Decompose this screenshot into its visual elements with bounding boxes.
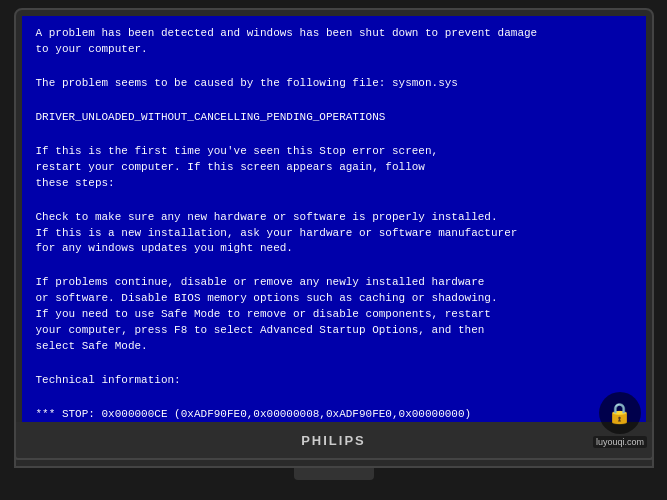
bsod-line5: Check to make sure any new hardware or s…	[36, 210, 632, 258]
watermark: 🔒 luyouqi.com	[593, 392, 647, 448]
bsod-line4: If this is the first time you've seen th…	[36, 144, 632, 192]
monitor-bottom-bezel: PHILIPS	[14, 422, 654, 460]
monitor-outer: A problem has been detected and windows …	[14, 8, 654, 468]
watermark-icon: 🔒	[599, 392, 641, 434]
bsod-line6: If problems continue, disable or remove …	[36, 275, 632, 355]
bsod-line2: The problem seems to be caused by the fo…	[36, 76, 632, 92]
bsod-stop-code: *** STOP: 0x000000CE (0xADF90FE0,0x00000…	[36, 407, 632, 422]
monitor-stand	[294, 468, 374, 480]
bsod-line3: DRIVER_UNLOADED_WITHOUT_CANCELLING_PENDI…	[36, 110, 632, 126]
lock-icon: 🔒	[607, 401, 632, 426]
brand-label: PHILIPS	[301, 433, 366, 448]
bsod-line1: A problem has been detected and windows …	[36, 26, 632, 58]
watermark-site: luyouqi.com	[593, 436, 647, 448]
bsod-line7: Technical information:	[36, 373, 632, 389]
screen: A problem has been detected and windows …	[22, 16, 646, 422]
